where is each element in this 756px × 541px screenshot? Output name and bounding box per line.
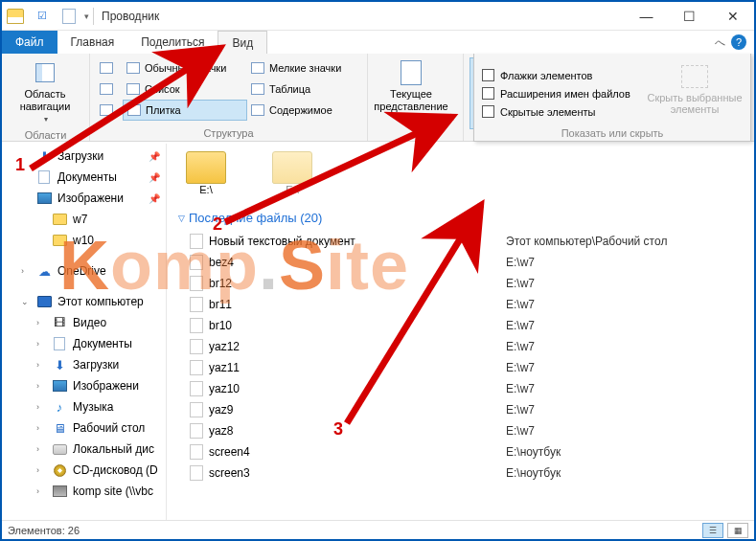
- list-item[interactable]: br11E:\w7: [190, 294, 754, 315]
- layout-icon: [250, 60, 265, 76]
- file-icon: [190, 339, 203, 354]
- tree-arrow-icon[interactable]: ›: [36, 423, 46, 433]
- tree-arrow-icon[interactable]: ›: [36, 381, 46, 391]
- list-item[interactable]: br10E:\w7: [190, 315, 754, 336]
- sidebar-item[interactable]: ›Локальный дис: [2, 439, 166, 460]
- nav-pane-button[interactable]: Область навигации ▾: [8, 57, 82, 127]
- help-icon[interactable]: ?: [731, 34, 746, 50]
- checkbox-row[interactable]: Скрытые элементы: [482, 105, 630, 118]
- sidebar-item[interactable]: ›komp site (\\vbс: [2, 481, 166, 502]
- sidebar-item[interactable]: ⬇Загрузки📌: [2, 146, 166, 167]
- main-pane[interactable]: E:\E:\ ▽ Последние файлы (20) Новый текс…: [167, 144, 754, 520]
- minimize-ribbon-icon[interactable]: へ: [715, 35, 725, 50]
- group-label-areas: Области: [8, 127, 83, 141]
- checkbox-row[interactable]: Флажки элементов: [482, 69, 630, 81]
- tree-arrow-icon[interactable]: ›: [36, 444, 46, 454]
- folder-icon: [272, 151, 312, 184]
- list-item[interactable]: yaz11E:\w7: [190, 357, 754, 378]
- folder-icon: [186, 151, 226, 184]
- ribbon: Область навигации ▾ Области Обычные знач…: [2, 54, 754, 142]
- recent-files-heading[interactable]: ▽ Последние файлы (20): [172, 205, 754, 231]
- layout-icon: [126, 81, 141, 97]
- list-item[interactable]: yaz10E:\w7: [190, 378, 754, 399]
- view-large-button[interactable]: ▦: [727, 523, 748, 538]
- tab-home[interactable]: Главная: [57, 31, 128, 54]
- layout-option[interactable]: [96, 100, 123, 121]
- sidebar-item[interactable]: ›♪Музыка: [2, 396, 166, 417]
- status-text: Элементов: 26: [8, 525, 80, 536]
- checkbox[interactable]: [482, 69, 494, 81]
- checkbox[interactable]: [482, 105, 494, 118]
- layout-icon: [126, 102, 142, 118]
- sidebar-item[interactable]: ›CD-дисковод (D: [2, 460, 166, 481]
- pc-icon: [36, 295, 52, 308]
- current-view-button[interactable]: Текущее представление ▾: [374, 57, 448, 127]
- layout-option[interactable]: [96, 79, 123, 100]
- sidebar-item[interactable]: ›⬇Загрузки: [2, 354, 166, 375]
- dl-icon: ⬇: [36, 149, 52, 163]
- sidebar-item[interactable]: ›☁OneDrive: [2, 260, 166, 282]
- sidebar-item[interactable]: ›🎞Видео: [2, 312, 166, 333]
- qa-check-icon[interactable]: ☑: [29, 3, 56, 30]
- layout-option[interactable]: Таблица: [247, 79, 360, 100]
- tree-arrow-icon[interactable]: ›: [21, 266, 31, 276]
- maximize-button[interactable]: ☐: [668, 3, 711, 30]
- sidebar-item[interactable]: w7: [2, 209, 166, 230]
- list-item[interactable]: screen4E:\ноутбук: [190, 441, 754, 462]
- sidebar[interactable]: ⬇Загрузки📌Документы📌Изображени📌w7w10›☁On…: [2, 144, 167, 520]
- net-icon: [52, 485, 67, 498]
- folder-icon: [52, 213, 67, 226]
- sidebar-item[interactable]: ⌄Этот компьютер: [2, 291, 166, 312]
- list-item[interactable]: yaz8E:\w7: [190, 420, 754, 441]
- file-icon: [190, 255, 203, 270]
- qa-dropdown-icon[interactable]: ▾: [84, 11, 89, 21]
- sidebar-item[interactable]: ›Документы: [2, 333, 166, 354]
- hide-selection-button: Скрыть выбранные элементы: [647, 59, 743, 137]
- chevron-down-icon: ▾: [44, 113, 48, 125]
- layout-option[interactable]: Список: [123, 79, 247, 100]
- tree-arrow-icon[interactable]: ›: [36, 486, 46, 496]
- tree-arrow-icon[interactable]: ›: [36, 465, 46, 475]
- view-details-button[interactable]: ☰: [702, 523, 723, 538]
- tree-arrow-icon[interactable]: ⌄: [21, 297, 31, 306]
- list-item[interactable]: yaz9E:\w7: [190, 399, 754, 420]
- list-header: Новый текстовый документЭтот компьютер\Р…: [190, 231, 754, 252]
- current-view-label: Текущее представление: [374, 88, 447, 113]
- minimize-button[interactable]: ―: [625, 3, 668, 30]
- vid-icon: 🎞: [52, 316, 67, 329]
- chevron-down-icon: ▽: [178, 214, 185, 223]
- tree-arrow-icon[interactable]: ›: [36, 339, 46, 349]
- list-item[interactable]: screen3E:\ноутбук: [190, 462, 754, 484]
- layout-icon: [250, 81, 265, 97]
- sidebar-item[interactable]: w10: [2, 230, 166, 251]
- annotation-1: 1: [15, 155, 25, 175]
- list-item[interactable]: bez4E:\w7: [190, 252, 754, 273]
- tab-view[interactable]: Вид: [218, 31, 267, 54]
- close-button[interactable]: ✕: [711, 3, 754, 30]
- list-item[interactable]: br12E:\w7: [190, 273, 754, 294]
- annotation-3: 3: [333, 419, 343, 440]
- tab-share[interactable]: Поделиться: [127, 31, 218, 54]
- tree-arrow-icon[interactable]: ›: [36, 402, 46, 412]
- layout-icon: [99, 81, 114, 97]
- layout-option[interactable]: Мелкие значки: [247, 57, 360, 79]
- sidebar-item[interactable]: ›Изображени: [2, 375, 166, 396]
- checkbox-row[interactable]: Расширения имен файлов: [482, 87, 630, 100]
- layout-icon: [250, 102, 265, 118]
- qa-newdoc-icon[interactable]: [56, 3, 82, 30]
- layout-option[interactable]: Обычные значки: [123, 57, 247, 79]
- app-icon: [2, 3, 29, 30]
- sidebar-item[interactable]: Документы📌: [2, 167, 166, 188]
- layout-option[interactable]: Плитка: [123, 100, 247, 121]
- list-item[interactable]: yaz12E:\w7: [190, 336, 754, 357]
- checkbox[interactable]: [482, 87, 494, 100]
- layout-option[interactable]: [96, 57, 123, 79]
- sidebar-item[interactable]: ›🖥Рабочий стол: [2, 417, 166, 439]
- mus-icon: ♪: [52, 400, 67, 414]
- sidebar-item[interactable]: Изображени📌: [2, 188, 166, 209]
- folder-item[interactable]: E:\: [182, 151, 230, 195]
- tree-arrow-icon[interactable]: ›: [36, 318, 46, 327]
- tree-arrow-icon[interactable]: ›: [36, 360, 46, 370]
- layout-option[interactable]: Содержимое: [247, 100, 360, 121]
- tab-file[interactable]: Файл: [2, 31, 57, 54]
